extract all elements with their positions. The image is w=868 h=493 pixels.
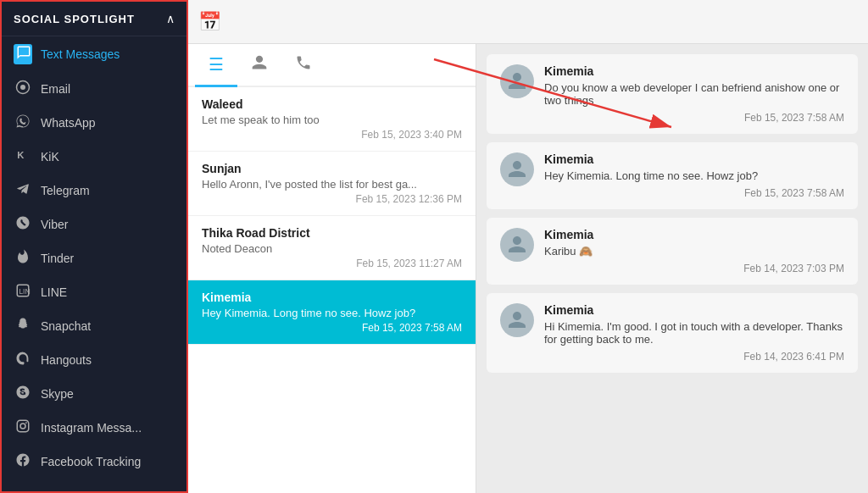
conv-time: Feb 15, 2023 7:58 AM <box>202 322 462 334</box>
viber-icon <box>14 215 32 234</box>
conv-preview: Noted Deacon <box>202 242 462 255</box>
collapse-icon[interactable]: ∧ <box>166 12 175 25</box>
conv-time: Feb 15, 2023 3:40 PM <box>202 129 462 141</box>
sidebar-item-tinder[interactable]: Tinder <box>2 241 186 275</box>
skype-icon <box>14 385 32 403</box>
message-sender: Kimemia <box>544 228 844 241</box>
conv-item-thika[interactable]: Thika Road District Noted Deacon Feb 15,… <box>188 216 476 280</box>
sidebar-item-whatsapp[interactable]: WhatsApp <box>2 106 186 140</box>
conv-name: Sunjan <box>202 162 462 175</box>
sidebar: SOCIAL SPOTLIGHT ∧ Text MessagesEmailWha… <box>0 0 188 493</box>
thread-panel: Kimemia Do you know a web developer I ca… <box>476 44 868 493</box>
message-sender: Kimemia <box>544 152 844 166</box>
sidebar-item-facebook[interactable]: Facebook Tracking <box>2 445 186 479</box>
conv-time: Feb 15, 2023 12:36 PM <box>202 193 462 205</box>
sidebar-item-kik[interactable]: KKiK <box>2 140 186 174</box>
avatar <box>500 152 534 186</box>
conv-preview: Hey Kimemia. Long time no see. Howz job? <box>202 307 462 319</box>
sidebar-label-telegram: Telegram <box>41 184 90 197</box>
conv-tabs: ☰ <box>188 44 476 87</box>
message-text: Hey Kimemia. Long time no see. Howz job? <box>544 169 844 182</box>
message-time: Feb 15, 2023 7:58 AM <box>544 187 844 199</box>
sidebar-label-hangouts: Hangouts <box>41 353 92 367</box>
sidebar-label-facebook: Facebook Tracking <box>41 455 141 468</box>
conv-item-waleed[interactable]: Waleed Let me speak to him too Feb 15, 2… <box>188 87 476 152</box>
sidebar-label-text-messages: Text Messages <box>41 47 120 61</box>
sidebar-item-line[interactable]: LINELINE <box>2 275 186 309</box>
sidebar-item-text-messages[interactable]: Text Messages <box>2 36 186 72</box>
sidebar-header: SOCIAL SPOTLIGHT ∧ <box>2 2 186 36</box>
conversation-panel: ☰ Waleed Let me speak to him too Feb 15,… <box>188 44 476 493</box>
conversation-list: Waleed Let me speak to him too Feb 15, 2… <box>188 87 476 493</box>
message-body: Kimemia Hey Kimemia. Long time no see. H… <box>544 152 844 199</box>
sidebar-label-email: Email <box>41 82 70 96</box>
message-time: Feb 14, 2023 7:03 PM <box>544 263 844 274</box>
message-card-msg3: Kimemia Karibu 🙈 Feb 14, 2023 7:03 PM <box>487 218 858 285</box>
conv-name: Kimemia <box>202 291 462 304</box>
message-body: Kimemia Karibu 🙈 Feb 14, 2023 7:03 PM <box>544 228 844 274</box>
tab-messages[interactable]: ☰ <box>195 44 237 86</box>
conv-preview: Hello Aronn, I've posted the list for be… <box>202 178 462 191</box>
sidebar-item-telegram[interactable]: Telegram <box>2 174 186 208</box>
sidebar-label-snapchat: Snapchat <box>41 319 91 333</box>
message-card-msg4: Kimemia Hi Kimemia. I'm good. I got in t… <box>487 293 858 373</box>
sidebar-nav: Text MessagesEmailWhatsAppKKiKTelegramVi… <box>2 36 186 479</box>
sidebar-item-hangouts[interactable]: Hangouts <box>2 343 186 377</box>
sidebar-item-email[interactable]: Email <box>2 72 186 106</box>
main-area: 📅 ☰ Waleed Let me speak to him too Feb 1… <box>188 0 868 493</box>
main-wrapper: 📅 ☰ Waleed Let me speak to him too Feb 1… <box>188 0 868 493</box>
message-card-msg2: Kimemia Hey Kimemia. Long time no see. H… <box>487 142 858 209</box>
message-time: Feb 14, 2023 6:41 PM <box>544 351 844 363</box>
calendar-icon[interactable]: 📅 <box>198 11 221 33</box>
email-icon <box>14 80 32 98</box>
tinder-icon <box>14 249 32 268</box>
snapchat-icon <box>14 317 32 335</box>
sidebar-label-kik: KiK <box>41 150 59 163</box>
sidebar-label-tinder: Tinder <box>41 252 74 265</box>
sidebar-title: SOCIAL SPOTLIGHT <box>14 13 135 25</box>
message-card-msg1: Kimemia Do you know a web developer I ca… <box>487 54 858 134</box>
avatar <box>500 64 534 98</box>
instagram-icon <box>14 418 32 437</box>
message-time: Feb 15, 2023 7:58 AM <box>544 112 844 124</box>
sidebar-label-instagram: Instagram Messa... <box>41 421 142 435</box>
conv-item-sunjan[interactable]: Sunjan Hello Aronn, I've posted the list… <box>188 152 476 216</box>
sidebar-label-whatsapp: WhatsApp <box>41 116 96 130</box>
top-bar: 📅 <box>188 0 868 44</box>
sidebar-item-instagram[interactable]: Instagram Messa... <box>2 411 186 445</box>
conv-name: Thika Road District <box>202 226 462 240</box>
sidebar-item-snapchat[interactable]: Snapchat <box>2 309 186 343</box>
text-messages-icon <box>14 44 32 64</box>
svg-text:LINE: LINE <box>19 288 31 296</box>
facebook-icon <box>14 452 32 471</box>
hangouts-icon <box>14 351 32 369</box>
sidebar-item-skype[interactable]: Skype <box>2 377 186 411</box>
conv-name: Waleed <box>202 97 462 111</box>
sidebar-label-line: LINE <box>41 285 67 299</box>
avatar <box>500 228 534 262</box>
telegram-icon <box>14 181 32 200</box>
message-sender: Kimemia <box>544 64 844 78</box>
message-body: Kimemia Hi Kimemia. I'm good. I got in t… <box>544 303 844 363</box>
tab-calls[interactable] <box>281 44 326 86</box>
conv-time: Feb 15, 2023 11:27 AM <box>202 258 462 269</box>
svg-point-1 <box>20 85 25 90</box>
line-icon: LINE <box>14 283 32 302</box>
message-text: Hi Kimemia. I'm good. I got in touch wit… <box>544 320 844 346</box>
message-body: Kimemia Do you know a web developer I ca… <box>544 64 844 124</box>
conv-item-kimemia[interactable]: Kimemia Hey Kimemia. Long time no see. H… <box>188 280 476 345</box>
conv-preview: Let me speak to him too <box>202 114 462 126</box>
message-text: Karibu 🙈 <box>544 245 844 258</box>
message-text: Do you know a web developer I can befrie… <box>544 81 844 107</box>
message-sender: Kimemia <box>544 303 844 317</box>
avatar <box>500 303 534 337</box>
kik-icon: K <box>14 147 32 166</box>
content-area: ☰ Waleed Let me speak to him too Feb 15,… <box>188 44 868 493</box>
tab-contacts[interactable] <box>237 44 281 86</box>
sidebar-label-skype: Skype <box>41 387 74 401</box>
sidebar-item-viber[interactable]: Viber <box>2 208 186 241</box>
whatsapp-icon <box>14 114 32 132</box>
sidebar-label-viber: Viber <box>41 218 68 231</box>
svg-text:K: K <box>17 150 25 160</box>
